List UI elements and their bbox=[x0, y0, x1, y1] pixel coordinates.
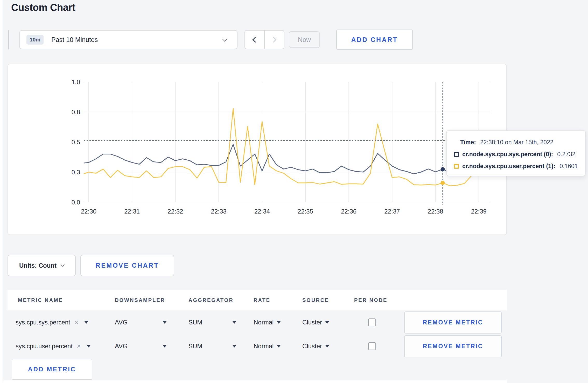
tooltip-series-name: cr.node.sys.cpu.sys.percent (0): bbox=[462, 151, 553, 158]
caret-down-icon bbox=[277, 345, 281, 347]
page-title: Custom Chart bbox=[11, 2, 75, 13]
svg-text:22:35: 22:35 bbox=[298, 208, 313, 215]
downsampler-value: AVG bbox=[115, 319, 128, 326]
tooltip-series-row: cr.node.sys.cpu.user.percent (1): 0.1601 bbox=[447, 160, 585, 172]
chart-tooltip: Time: 22:38:10 on Mar 15th, 2022 cr.node… bbox=[446, 130, 586, 176]
svg-text:22:37: 22:37 bbox=[384, 208, 400, 215]
timeseries-chart[interactable]: 0.00.30.50.81.022:3022:3122:3222:3322:34… bbox=[8, 64, 507, 236]
tooltip-series-name: cr.node.sys.cpu.user.percent (1): bbox=[462, 163, 555, 170]
column-header-downsampler: DOWNSAMPLER bbox=[115, 297, 188, 303]
caret-down-icon bbox=[232, 321, 236, 324]
metrics-table-header: METRIC NAME DOWNSAMPLER AGGREGATOR RATE … bbox=[8, 290, 507, 310]
aggregator-select[interactable]: SUM bbox=[188, 343, 236, 350]
downsampler-value: AVG bbox=[115, 343, 128, 350]
metric-name-select[interactable]: sys.cpu.user.percent × bbox=[8, 343, 115, 350]
svg-text:0.8: 0.8 bbox=[72, 109, 80, 116]
source-value: Cluster bbox=[302, 319, 322, 326]
source-value: Cluster bbox=[302, 343, 322, 350]
chevron-down-icon bbox=[61, 263, 65, 267]
aggregator-value: SUM bbox=[188, 319, 202, 326]
clear-metric-icon[interactable]: × bbox=[77, 343, 81, 350]
per-node-checkbox[interactable] bbox=[368, 318, 376, 326]
svg-text:1.0: 1.0 bbox=[72, 79, 80, 86]
caret-down-icon bbox=[232, 345, 236, 347]
source-select[interactable]: Cluster bbox=[302, 319, 329, 326]
time-range-dropdown[interactable]: 10m Past 10 Minutes bbox=[19, 30, 237, 49]
series-swatch-icon bbox=[454, 152, 459, 157]
time-nav-group bbox=[244, 30, 284, 49]
rate-value: Normal bbox=[254, 343, 274, 350]
chevron-down-icon bbox=[222, 37, 227, 42]
tooltip-time-value: 22:38:10 on Mar 15th, 2022 bbox=[480, 139, 554, 146]
remove-metric-button[interactable]: REMOVE METRIC bbox=[404, 335, 502, 357]
svg-text:22:36: 22:36 bbox=[341, 208, 356, 215]
table-row: sys.cpu.user.percent × AVG SUM Normal Cl… bbox=[8, 334, 507, 358]
now-button[interactable]: Now bbox=[289, 31, 320, 48]
remove-metric-button[interactable]: REMOVE METRIC bbox=[404, 311, 502, 334]
downsampler-select[interactable]: AVG bbox=[115, 343, 167, 350]
units-dropdown[interactable]: Units: Count bbox=[8, 255, 76, 276]
caret-down-icon bbox=[163, 345, 167, 347]
caret-down-icon bbox=[87, 345, 91, 347]
column-header-per-node: PER NODE bbox=[354, 297, 404, 303]
metric-name-value: sys.cpu.user.percent bbox=[16, 343, 73, 350]
per-node-checkbox[interactable] bbox=[368, 342, 376, 350]
column-header-metric-name: METRIC NAME bbox=[8, 297, 115, 303]
svg-text:0.5: 0.5 bbox=[72, 139, 80, 146]
column-header-aggregator: AGGREGATOR bbox=[188, 297, 254, 303]
caret-down-icon bbox=[325, 345, 329, 347]
tooltip-time-label: Time: bbox=[460, 139, 476, 146]
tooltip-series-value: 0.2732 bbox=[557, 151, 575, 158]
aggregator-value: SUM bbox=[188, 343, 202, 350]
aggregator-select[interactable]: SUM bbox=[188, 319, 236, 326]
chevron-right-icon bbox=[271, 37, 277, 43]
add-chart-button[interactable]: ADD CHART bbox=[336, 30, 413, 50]
caret-down-icon bbox=[84, 321, 88, 324]
add-metric-button[interactable]: ADD METRIC bbox=[12, 359, 92, 380]
column-header-source: SOURCE bbox=[302, 297, 354, 303]
time-range-label: Past 10 Minutes bbox=[51, 36, 98, 44]
prev-time-button[interactable] bbox=[245, 31, 264, 49]
left-edge-strip bbox=[0, 0, 3, 383]
caret-down-icon bbox=[277, 321, 281, 324]
rate-select[interactable]: Normal bbox=[254, 343, 281, 350]
tooltip-series-value: 0.1601 bbox=[559, 163, 578, 170]
tooltip-series-row: cr.node.sys.cpu.sys.percent (0): 0.2732 bbox=[447, 148, 585, 160]
next-card-edge bbox=[3, 380, 507, 383]
table-row: sys.cpu.sys.percent × AVG SUM Normal Clu… bbox=[8, 310, 507, 334]
next-time-button[interactable] bbox=[264, 31, 284, 49]
column-header-rate: RATE bbox=[254, 297, 302, 303]
rate-value: Normal bbox=[254, 319, 274, 326]
toolbar-divider bbox=[8, 30, 9, 49]
caret-down-icon bbox=[163, 321, 167, 324]
svg-text:22:32: 22:32 bbox=[167, 208, 183, 215]
chevron-left-icon bbox=[253, 37, 258, 43]
downsampler-select[interactable]: AVG bbox=[115, 319, 167, 326]
chart-card[interactable]: 0.00.30.50.81.022:3022:3122:3222:3322:34… bbox=[8, 64, 507, 235]
svg-text:22:39: 22:39 bbox=[471, 208, 487, 215]
remove-chart-button[interactable]: REMOVE CHART bbox=[80, 255, 174, 276]
clear-metric-icon[interactable]: × bbox=[74, 319, 79, 326]
caret-down-icon bbox=[325, 321, 329, 324]
svg-text:22:30: 22:30 bbox=[81, 208, 96, 215]
units-label: Units: Count bbox=[19, 262, 57, 269]
metric-name-select[interactable]: sys.cpu.sys.percent × bbox=[8, 319, 115, 326]
svg-text:22:33: 22:33 bbox=[211, 208, 227, 215]
svg-text:22:31: 22:31 bbox=[124, 208, 140, 215]
metric-name-value: sys.cpu.sys.percent bbox=[16, 319, 70, 326]
time-range-badge: 10m bbox=[26, 35, 44, 45]
svg-text:0.0: 0.0 bbox=[72, 199, 80, 206]
svg-text:22:34: 22:34 bbox=[254, 208, 270, 215]
svg-text:22:38: 22:38 bbox=[428, 208, 443, 215]
svg-text:0.3: 0.3 bbox=[72, 169, 80, 176]
tooltip-time-row: Time: 22:38:10 on Mar 15th, 2022 bbox=[447, 136, 585, 148]
rate-select[interactable]: Normal bbox=[254, 319, 281, 326]
source-select[interactable]: Cluster bbox=[302, 343, 329, 350]
series-swatch-icon bbox=[454, 164, 459, 169]
